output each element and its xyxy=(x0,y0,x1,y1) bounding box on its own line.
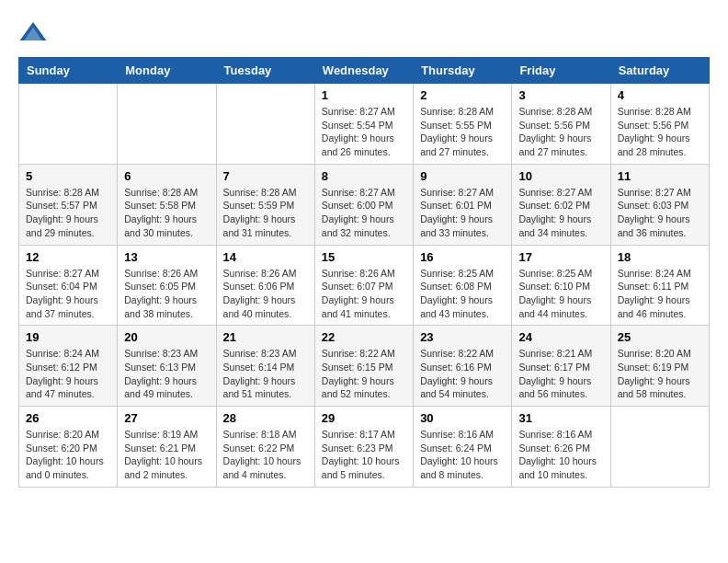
calendar-cell: 23Sunrise: 8:22 AM Sunset: 6:16 PM Dayli… xyxy=(414,326,512,407)
calendar-cell xyxy=(216,84,314,165)
calendar-body: 1Sunrise: 8:27 AM Sunset: 5:54 PM Daylig… xyxy=(19,84,710,488)
day-number: 14 xyxy=(223,250,308,264)
calendar-cell: 27Sunrise: 8:19 AM Sunset: 6:21 PM Dayli… xyxy=(118,407,216,488)
day-info: Sunrise: 8:27 AM Sunset: 5:54 PM Dayligh… xyxy=(322,105,406,159)
day-info: Sunrise: 8:16 AM Sunset: 6:24 PM Dayligh… xyxy=(420,428,505,482)
day-number: 29 xyxy=(322,411,406,425)
day-number: 16 xyxy=(420,250,505,264)
day-info: Sunrise: 8:28 AM Sunset: 5:59 PM Dayligh… xyxy=(223,186,308,240)
day-info: Sunrise: 8:26 AM Sunset: 6:07 PM Dayligh… xyxy=(322,267,406,321)
day-header-tuesday: Tuesday xyxy=(216,58,314,84)
day-number: 8 xyxy=(322,169,406,183)
day-number: 15 xyxy=(322,250,406,264)
calendar-cell: 2Sunrise: 8:28 AM Sunset: 5:55 PM Daylig… xyxy=(414,84,512,165)
day-number: 11 xyxy=(618,169,702,183)
day-number: 28 xyxy=(223,411,308,425)
calendar-cell: 20Sunrise: 8:23 AM Sunset: 6:13 PM Dayli… xyxy=(118,326,216,407)
calendar-cell: 6Sunrise: 8:28 AM Sunset: 5:58 PM Daylig… xyxy=(118,164,216,245)
calendar-cell: 17Sunrise: 8:25 AM Sunset: 6:10 PM Dayli… xyxy=(512,245,610,326)
calendar-cell: 7Sunrise: 8:28 AM Sunset: 5:59 PM Daylig… xyxy=(216,164,314,245)
day-header-saturday: Saturday xyxy=(610,58,709,84)
calendar-cell: 14Sunrise: 8:26 AM Sunset: 6:06 PM Dayli… xyxy=(216,245,314,326)
calendar-cell: 9Sunrise: 8:27 AM Sunset: 6:01 PM Daylig… xyxy=(414,164,512,245)
day-number: 1 xyxy=(322,88,406,102)
week-row-1: 5Sunrise: 8:28 AM Sunset: 5:57 PM Daylig… xyxy=(19,164,710,245)
day-info: Sunrise: 8:24 AM Sunset: 6:11 PM Dayligh… xyxy=(618,267,702,321)
day-number: 3 xyxy=(518,88,603,102)
calendar-cell: 4Sunrise: 8:28 AM Sunset: 5:56 PM Daylig… xyxy=(610,84,709,165)
week-row-2: 12Sunrise: 8:27 AM Sunset: 6:04 PM Dayli… xyxy=(19,245,710,326)
calendar-cell: 12Sunrise: 8:27 AM Sunset: 6:04 PM Dayli… xyxy=(19,245,118,326)
day-number: 10 xyxy=(518,169,603,183)
calendar-cell: 28Sunrise: 8:18 AM Sunset: 6:22 PM Dayli… xyxy=(216,407,314,488)
calendar-cell: 26Sunrise: 8:20 AM Sunset: 6:20 PM Dayli… xyxy=(19,407,118,488)
day-info: Sunrise: 8:27 AM Sunset: 6:04 PM Dayligh… xyxy=(26,267,110,321)
day-number: 27 xyxy=(124,411,209,425)
header-row: SundayMondayTuesdayWednesdayThursdayFrid… xyxy=(19,58,710,84)
logo xyxy=(18,18,51,48)
calendar-cell: 21Sunrise: 8:23 AM Sunset: 6:14 PM Dayli… xyxy=(216,326,314,407)
week-row-4: 26Sunrise: 8:20 AM Sunset: 6:20 PM Dayli… xyxy=(19,407,710,488)
day-number: 9 xyxy=(420,169,505,183)
calendar-cell xyxy=(610,407,709,488)
calendar-cell: 24Sunrise: 8:21 AM Sunset: 6:17 PM Dayli… xyxy=(512,326,610,407)
calendar-cell: 13Sunrise: 8:26 AM Sunset: 6:05 PM Dayli… xyxy=(118,245,216,326)
day-info: Sunrise: 8:27 AM Sunset: 6:03 PM Dayligh… xyxy=(618,186,702,240)
calendar-cell: 25Sunrise: 8:20 AM Sunset: 6:19 PM Dayli… xyxy=(610,326,709,407)
day-info: Sunrise: 8:27 AM Sunset: 6:02 PM Dayligh… xyxy=(518,186,603,240)
day-info: Sunrise: 8:18 AM Sunset: 6:22 PM Dayligh… xyxy=(223,428,308,482)
calendar-cell: 29Sunrise: 8:17 AM Sunset: 6:23 PM Dayli… xyxy=(314,407,413,488)
day-info: Sunrise: 8:23 AM Sunset: 6:14 PM Dayligh… xyxy=(223,347,308,401)
calendar-cell: 10Sunrise: 8:27 AM Sunset: 6:02 PM Dayli… xyxy=(512,164,610,245)
day-number: 30 xyxy=(420,411,505,425)
calendar-cell: 8Sunrise: 8:27 AM Sunset: 6:00 PM Daylig… xyxy=(314,164,413,245)
day-number: 17 xyxy=(518,250,603,264)
calendar-cell: 11Sunrise: 8:27 AM Sunset: 6:03 PM Dayli… xyxy=(610,164,709,245)
day-header-wednesday: Wednesday xyxy=(314,58,413,84)
calendar-header: SundayMondayTuesdayWednesdayThursdayFrid… xyxy=(19,58,710,84)
week-row-0: 1Sunrise: 8:27 AM Sunset: 5:54 PM Daylig… xyxy=(19,84,710,165)
day-number: 2 xyxy=(420,88,505,102)
day-number: 25 xyxy=(618,330,702,344)
calendar-cell: 5Sunrise: 8:28 AM Sunset: 5:57 PM Daylig… xyxy=(19,164,118,245)
calendar-cell: 31Sunrise: 8:16 AM Sunset: 6:26 PM Dayli… xyxy=(512,407,610,488)
day-number: 21 xyxy=(223,330,308,344)
day-header-friday: Friday xyxy=(512,58,610,84)
day-info: Sunrise: 8:19 AM Sunset: 6:21 PM Dayligh… xyxy=(124,428,209,482)
day-info: Sunrise: 8:25 AM Sunset: 6:10 PM Dayligh… xyxy=(518,267,603,321)
day-header-monday: Monday xyxy=(118,58,216,84)
day-info: Sunrise: 8:24 AM Sunset: 6:12 PM Dayligh… xyxy=(26,347,110,401)
calendar-cell xyxy=(118,84,216,165)
day-info: Sunrise: 8:28 AM Sunset: 5:58 PM Dayligh… xyxy=(124,186,209,240)
day-number: 23 xyxy=(420,330,505,344)
day-header-thursday: Thursday xyxy=(414,58,512,84)
day-info: Sunrise: 8:17 AM Sunset: 6:23 PM Dayligh… xyxy=(322,428,406,482)
calendar-cell xyxy=(19,84,118,165)
day-number: 6 xyxy=(124,169,209,183)
day-info: Sunrise: 8:20 AM Sunset: 6:20 PM Dayligh… xyxy=(26,428,110,482)
day-number: 26 xyxy=(26,411,110,425)
day-info: Sunrise: 8:20 AM Sunset: 6:19 PM Dayligh… xyxy=(618,347,702,401)
day-info: Sunrise: 8:27 AM Sunset: 6:00 PM Dayligh… xyxy=(322,186,406,240)
day-info: Sunrise: 8:23 AM Sunset: 6:13 PM Dayligh… xyxy=(124,347,209,401)
day-number: 22 xyxy=(322,330,406,344)
calendar-cell: 19Sunrise: 8:24 AM Sunset: 6:12 PM Dayli… xyxy=(19,326,118,407)
calendar-cell: 3Sunrise: 8:28 AM Sunset: 5:56 PM Daylig… xyxy=(512,84,610,165)
day-info: Sunrise: 8:21 AM Sunset: 6:17 PM Dayligh… xyxy=(518,347,603,401)
day-number: 19 xyxy=(26,330,110,344)
day-info: Sunrise: 8:28 AM Sunset: 5:56 PM Dayligh… xyxy=(518,105,603,159)
logo-icon xyxy=(18,18,48,48)
day-info: Sunrise: 8:27 AM Sunset: 6:01 PM Dayligh… xyxy=(420,186,505,240)
day-info: Sunrise: 8:28 AM Sunset: 5:55 PM Dayligh… xyxy=(420,105,505,159)
day-number: 7 xyxy=(223,169,308,183)
calendar-cell: 30Sunrise: 8:16 AM Sunset: 6:24 PM Dayli… xyxy=(414,407,512,488)
day-number: 18 xyxy=(618,250,702,264)
day-info: Sunrise: 8:26 AM Sunset: 6:06 PM Dayligh… xyxy=(223,267,308,321)
calendar-cell: 15Sunrise: 8:26 AM Sunset: 6:07 PM Dayli… xyxy=(314,245,413,326)
calendar-cell: 1Sunrise: 8:27 AM Sunset: 5:54 PM Daylig… xyxy=(314,84,413,165)
day-number: 20 xyxy=(124,330,209,344)
day-number: 12 xyxy=(26,250,110,264)
day-number: 4 xyxy=(618,88,702,102)
page-header xyxy=(18,18,710,48)
calendar-table: SundayMondayTuesdayWednesdayThursdayFrid… xyxy=(18,57,710,488)
